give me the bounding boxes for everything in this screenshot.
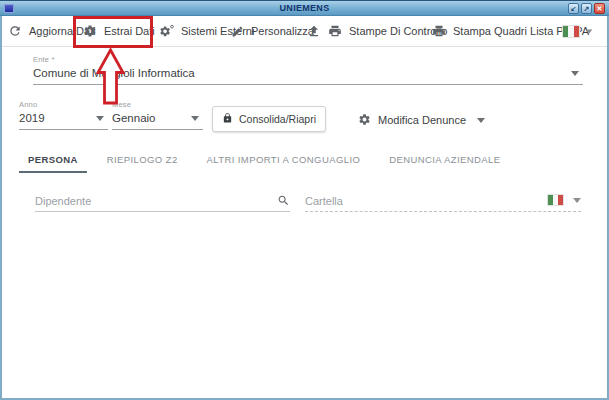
chevron-down-icon	[573, 198, 581, 203]
cartella-input[interactable]	[305, 192, 581, 210]
printer-icon	[328, 24, 342, 38]
refresh-icon	[8, 24, 22, 38]
anno-select[interactable]: Anno 2019	[19, 100, 108, 130]
mese-label: Mese	[112, 100, 203, 109]
chevron-down-icon	[586, 29, 593, 33]
tab-altri-importi-a-conguaglio[interactable]: ALTRI IMPORTI A CONGUAGLIO	[198, 148, 370, 173]
maximize-button[interactable]: ↗	[581, 3, 592, 14]
cartella-field[interactable]	[305, 191, 581, 212]
tab-denuncia-aziendale[interactable]: DENUNCIA AZIENDALE	[380, 148, 509, 173]
upload-button[interactable]	[307, 16, 321, 46]
estrai-dati-button[interactable]: Estrai Dati	[83, 16, 155, 46]
restore-button[interactable]: ↙	[568, 3, 579, 14]
tab-bar: PERSONA RIEPILOGO Z2 ALTRI IMPORTI A CON…	[19, 148, 520, 173]
window-controls: ↙ ↗ ✕	[568, 3, 605, 14]
modifica-denunce-label: Modifica Denunce	[378, 114, 466, 126]
chevron-down-icon	[191, 116, 199, 121]
anno-value: 2019	[19, 112, 108, 124]
tab-persona[interactable]: PERSONA	[19, 148, 87, 173]
ente-label: Ente *	[33, 55, 583, 64]
close-button[interactable]: ✕	[594, 3, 605, 14]
toolbar: Aggiorna Dati Estrai Dati Sistemi Estern…	[0, 16, 609, 46]
lock-icon	[222, 112, 233, 126]
ente-value: Comune di Maggioli Informatica	[33, 67, 583, 79]
chevron-down-icon	[571, 71, 579, 76]
mese-select[interactable]: Mese Gennaio	[112, 100, 203, 130]
italian-flag-icon	[563, 26, 579, 37]
consolida-riapri-button[interactable]: Consolida/Riapri	[212, 106, 326, 132]
ente-select[interactable]: Ente * Comune di Maggioli Informatica	[33, 55, 583, 85]
gear-icon	[83, 24, 97, 38]
estrai-dati-label: Estrai Dati	[104, 25, 155, 37]
chevron-down-icon	[96, 116, 104, 121]
consolida-riapri-label: Consolida/Riapri	[239, 113, 316, 125]
anno-label: Anno	[19, 100, 108, 109]
dipendente-input[interactable]	[35, 192, 290, 210]
tab-riepilogo-z2[interactable]: RIEPILOGO Z2	[98, 148, 187, 173]
personalizza-button[interactable]: Personalizza	[231, 16, 314, 46]
gear-external-icon	[159, 24, 174, 38]
toolbar-divider	[2, 46, 607, 47]
titlebar[interactable]: UNIEMENS ↙ ↗ ✕	[0, 0, 609, 16]
pencil-icon	[231, 25, 244, 38]
language-selector[interactable]	[563, 16, 593, 46]
personalizza-label: Personalizza	[251, 25, 314, 37]
modifica-denunce-button[interactable]: Modifica Denunce	[358, 110, 485, 130]
window-title: UNIEMENS	[0, 3, 609, 13]
dipendente-field[interactable]	[35, 191, 290, 212]
window-border-left	[0, 16, 2, 400]
uniemens-window: UNIEMENS ↙ ↗ ✕ Aggiorna Dati Estrai Dati	[0, 0, 609, 400]
chevron-down-icon	[477, 118, 485, 123]
mese-value: Gennaio	[112, 112, 203, 124]
gear-icon	[358, 113, 371, 128]
search-icon[interactable]	[277, 193, 290, 211]
italian-flag-icon	[548, 195, 563, 205]
upload-icon	[307, 24, 321, 38]
stampe-di-controllo-button[interactable]: Stampe Di Controllo	[328, 16, 447, 46]
printer-icon	[432, 24, 446, 38]
